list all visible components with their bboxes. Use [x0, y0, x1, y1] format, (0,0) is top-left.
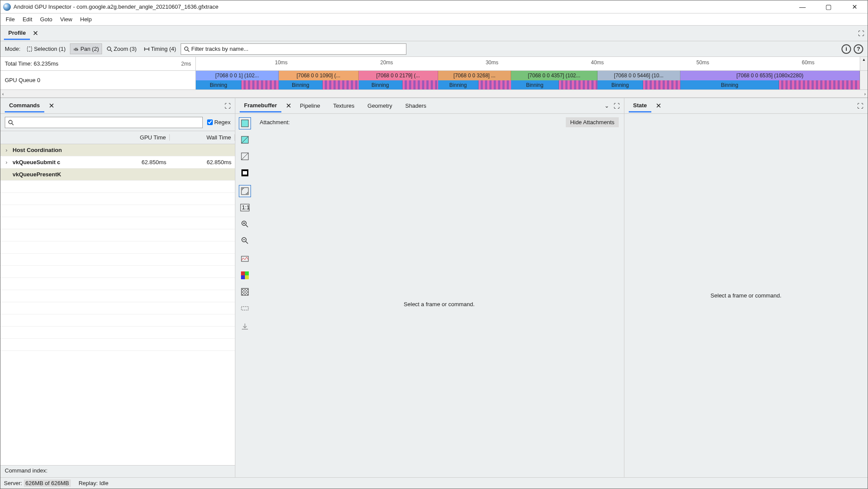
state-expand-icon[interactable]: ⛶: [857, 102, 863, 109]
cmd-block[interactable]: [7068 0 0 1] (102...: [196, 71, 279, 80]
cmd-block[interactable]: [7068 0 0 4357] (102...: [511, 71, 597, 80]
sub-block-stripes[interactable]: [403, 80, 439, 89]
diagonal2-icon[interactable]: [239, 150, 251, 162]
mode-pan[interactable]: Pan (2): [70, 43, 102, 54]
col-gpu-time[interactable]: GPU Time: [105, 134, 170, 141]
sub-block-stripes[interactable]: [479, 80, 512, 89]
menu-goto[interactable]: Goto: [37, 14, 55, 24]
state-close-icon[interactable]: ✕: [656, 102, 661, 110]
diagonal1-icon[interactable]: [239, 134, 251, 146]
table-row[interactable]: ›vkQueueSubmit c62.850ms62.850ms: [0, 156, 235, 169]
expand-icon[interactable]: ›: [0, 147, 13, 153]
scroll-right-icon[interactable]: ›: [864, 91, 866, 96]
cmd-block[interactable]: [7068 0 0 2179] (...: [359, 71, 438, 80]
menu-help[interactable]: Help: [78, 14, 95, 24]
help-icon[interactable]: ?: [854, 44, 863, 54]
mode-label: Mode:: [5, 46, 20, 52]
tab-pipeline[interactable]: Pipeline: [296, 100, 324, 112]
table-row[interactable]: ›Host Coordination: [0, 144, 235, 156]
binning-block[interactable]: Binning: [680, 80, 779, 89]
sub-block-stripes[interactable]: [643, 80, 680, 89]
color-palette-icon[interactable]: [239, 269, 251, 281]
gpu-queue-track[interactable]: [7068 0 0 1] (102...Binning[7068 0 0 109…: [196, 71, 860, 89]
tab-state[interactable]: State: [629, 99, 651, 112]
info-icon[interactable]: i: [842, 44, 851, 54]
ruler-start-tick: 2ms: [181, 61, 191, 67]
tab-profile[interactable]: Profile: [4, 27, 30, 40]
timeline-vscroll-bottom[interactable]: [860, 71, 868, 89]
timeline-vscroll[interactable]: ▴: [860, 57, 868, 70]
row-name: vkQueuePresentK: [13, 171, 105, 178]
table-row[interactable]: vkQueuePresentK: [0, 169, 235, 181]
zoom-out-icon[interactable]: [239, 235, 251, 247]
depth-icon[interactable]: [239, 167, 251, 179]
tab-textures[interactable]: Textures: [329, 100, 359, 112]
commands-close-icon[interactable]: ✕: [49, 102, 54, 110]
crop-icon[interactable]: [239, 302, 251, 314]
cmd-block[interactable]: [7068 0 0 3268] ...: [438, 71, 511, 80]
regex-checkbox[interactable]: Regex: [207, 119, 231, 126]
cmd-block[interactable]: [7068 0 0 5446] (10...: [597, 71, 680, 80]
tab-dropdown-icon[interactable]: ⌄: [604, 102, 609, 109]
mode-selection-label: Selection (1): [34, 46, 66, 52]
tab-shaders[interactable]: Shaders: [401, 100, 430, 112]
scroll-left-icon[interactable]: ‹: [2, 91, 4, 96]
color-channel-icon[interactable]: [239, 117, 251, 129]
expand-icon[interactable]: ›: [0, 159, 13, 165]
sub-block-stripes[interactable]: [323, 80, 359, 89]
binning-block[interactable]: Binning: [438, 80, 479, 89]
svg-rect-0: [27, 47, 32, 51]
tab-geometry[interactable]: Geometry: [363, 100, 396, 112]
hide-attachments-button[interactable]: Hide Attachments: [566, 117, 619, 127]
menu-file[interactable]: File: [3, 14, 17, 24]
ruler-scale[interactable]: 10ms20ms30ms40ms50ms60ms: [196, 57, 860, 70]
menu-view[interactable]: View: [58, 14, 75, 24]
server-value: 626MB of 626MB: [24, 479, 71, 487]
filter-tracks-input[interactable]: Filter tracks by name...: [181, 43, 406, 55]
mode-zoom-label: Zoom (3): [114, 46, 137, 52]
maximize-button[interactable]: ▢: [815, 0, 842, 13]
cmd-block[interactable]: [7068 0 0 1090] (...: [279, 71, 358, 80]
binning-block[interactable]: Binning: [359, 80, 403, 89]
fit-icon[interactable]: [239, 185, 251, 197]
one-to-one-icon[interactable]: 1:1: [239, 202, 251, 214]
download-icon[interactable]: [239, 320, 251, 333]
framebuffer-expand-icon[interactable]: ⛶: [614, 102, 620, 109]
framebuffer-close-icon[interactable]: ✕: [286, 102, 291, 110]
histogram-icon[interactable]: [239, 253, 251, 265]
tab-framebuffer[interactable]: Framebuffer: [240, 99, 281, 112]
binning-block[interactable]: Binning: [196, 80, 241, 89]
binning-block[interactable]: Binning: [511, 80, 558, 89]
binning-block[interactable]: Binning: [279, 80, 323, 89]
cmd-block[interactable]: [7068 0 0 6535] (1080x2280): [680, 71, 860, 80]
commands-rows[interactable]: ›Host Coordination›vkQueueSubmit c62.850…: [0, 144, 235, 465]
tab-commands[interactable]: Commands: [5, 99, 44, 112]
close-tab-icon[interactable]: ✕: [33, 29, 38, 37]
mode-zoom[interactable]: Zoom (3): [104, 44, 139, 54]
fullscreen-icon[interactable]: ⛶: [858, 30, 864, 37]
sub-block-stripes[interactable]: [559, 80, 597, 89]
svg-line-14: [241, 153, 248, 160]
table-row-empty: [0, 181, 235, 193]
minimize-button[interactable]: —: [789, 0, 815, 13]
svg-rect-16: [243, 171, 247, 175]
zoom-in-icon[interactable]: [239, 218, 251, 230]
binning-block[interactable]: Binning: [597, 80, 643, 89]
row-wall-time: 62.850ms: [170, 159, 235, 165]
commands-search-input[interactable]: [5, 117, 203, 128]
checker-icon[interactable]: [239, 286, 251, 298]
commands-tab-label: Commands: [9, 102, 40, 109]
sub-block-stripes[interactable]: [241, 80, 279, 89]
col-wall-time[interactable]: Wall Time: [170, 134, 235, 141]
menu-edit[interactable]: Edit: [20, 14, 35, 24]
regex-checkbox-input[interactable]: [207, 119, 213, 125]
mode-selection[interactable]: Selection (1): [24, 44, 68, 54]
close-window-button[interactable]: ✕: [842, 0, 868, 13]
svg-text:1:1: 1:1: [242, 204, 250, 211]
svg-line-21: [246, 225, 248, 227]
timeline-hscroll[interactable]: ‹ ›: [0, 90, 868, 98]
mode-timing[interactable]: Timing (4): [141, 44, 179, 54]
row-gpu-time: 62.850ms: [105, 159, 170, 165]
commands-expand-icon[interactable]: ⛶: [224, 102, 231, 109]
sub-block-stripes[interactable]: [779, 80, 860, 89]
